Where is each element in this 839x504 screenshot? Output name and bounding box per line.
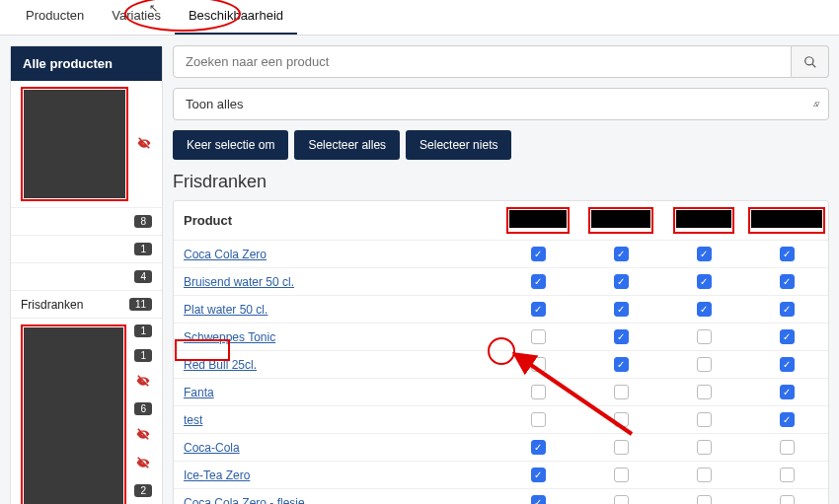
availability-checkbox[interactable] [780, 440, 795, 455]
availability-checkbox[interactable] [697, 495, 712, 504]
sidebar-header: Alle producten [11, 46, 162, 81]
tab-variaties[interactable]: Variaties [98, 0, 175, 35]
table-row: Fanta✓ [174, 379, 828, 406]
availability-checkbox[interactable] [780, 495, 795, 504]
availability-checkbox[interactable]: ✓ [614, 357, 629, 372]
product-link[interactable]: Coca-Cola [184, 441, 240, 455]
availability-checkbox[interactable] [697, 385, 712, 399]
count-badge: 1 [134, 349, 152, 362]
eye-off-icon [136, 136, 152, 153]
tab-producten[interactable]: Producten [12, 0, 98, 35]
availability-checkbox[interactable]: ✓ [780, 412, 795, 427]
availability-checkbox[interactable]: ✓ [531, 468, 546, 482]
availability-checkbox[interactable]: ✓ [780, 274, 795, 289]
table-row: Coca-Cola✓ [174, 434, 828, 462]
availability-checkbox[interactable] [531, 329, 546, 344]
table-row: Coca Cola Zero✓✓✓✓ [174, 241, 828, 268]
product-link[interactable]: Red Bull 25cl. [184, 358, 257, 372]
availability-checkbox[interactable]: ✓ [780, 385, 795, 399]
top-tabs: Producten Variaties Beschikbaarheid ↖ [0, 0, 839, 36]
table-row: Schweppes Tonic✓✓ [174, 324, 828, 351]
availability-checkbox[interactable]: ✓ [697, 247, 712, 261]
products-table: Product Coca Cola Zero✓✓✓✓Bruisend water… [173, 200, 829, 504]
availability-checkbox[interactable] [614, 385, 629, 399]
availability-checkbox[interactable] [697, 440, 712, 455]
count-badge: 2 [134, 484, 152, 497]
eye-off-icon [135, 427, 151, 444]
availability-checkbox[interactable]: ✓ [531, 440, 546, 455]
availability-checkbox[interactable]: ✓ [614, 247, 629, 261]
availability-checkbox[interactable] [780, 468, 795, 482]
availability-checkbox[interactable] [614, 440, 629, 455]
sidebar-row[interactable]: 1 1 6 2 2 [11, 319, 162, 504]
availability-checkbox[interactable]: ✓ [614, 302, 629, 317]
search-input[interactable] [173, 45, 792, 78]
count-badge: 8 [134, 215, 152, 228]
availability-checkbox[interactable] [697, 412, 712, 427]
search-button[interactable] [792, 45, 829, 78]
table-row: Ice-Tea Zero✓ [174, 462, 828, 489]
sidebar-row[interactable]: 8 [11, 208, 162, 236]
availability-checkbox[interactable] [614, 412, 629, 427]
sidebar-item-frisdranken[interactable]: Frisdranken11 [11, 291, 162, 319]
availability-checkbox[interactable]: ✓ [614, 274, 629, 289]
availability-checkbox[interactable]: ✓ [780, 302, 795, 317]
count-badge: 6 [134, 402, 152, 415]
table-row: test✓ [174, 406, 828, 434]
eye-off-icon [135, 374, 151, 391]
cursor-icon: ↖ [149, 2, 158, 15]
product-link[interactable]: Coca Cola Zero [184, 248, 267, 261]
product-link[interactable]: Fanta [184, 386, 214, 399]
table-row: Red Bull 25cl.✓✓ [174, 351, 828, 379]
count-badge: 1 [134, 243, 152, 255]
sidebar-row[interactable] [11, 81, 162, 208]
product-link[interactable]: Plat water 50 cl. [184, 303, 267, 317]
table-row: Plat water 50 cl.✓✓✓✓ [174, 296, 828, 324]
sidebar-item-label: Frisdranken [21, 298, 129, 312]
table-header-row: Product [174, 201, 828, 241]
sidebar: Alle producten 8 1 4 Frisdranken11 1 1 6… [10, 45, 163, 504]
eye-off-icon [135, 456, 151, 472]
product-link[interactable]: test [184, 413, 202, 427]
availability-checkbox[interactable]: ✓ [697, 274, 712, 289]
count-badge: 4 [134, 270, 152, 283]
availability-checkbox[interactable]: ✓ [614, 329, 629, 344]
select-all-button[interactable]: Selecteer alles [294, 130, 400, 160]
filter-select[interactable]: Toon alles [173, 88, 829, 120]
sidebar-row[interactable]: 1 [11, 236, 162, 263]
product-link[interactable]: Bruisend water 50 cl. [184, 275, 294, 289]
availability-checkbox[interactable]: ✓ [780, 329, 795, 344]
sidebar-row[interactable]: 4 [11, 263, 162, 291]
availability-checkbox[interactable] [614, 468, 629, 482]
column-product: Product [174, 207, 496, 234]
section-title-frisdranken: Frisdranken [173, 172, 829, 192]
select-none-button[interactable]: Selecteer niets [406, 130, 511, 160]
availability-checkbox[interactable] [697, 357, 712, 372]
availability-checkbox[interactable]: ✓ [780, 357, 795, 372]
main-content: Toon alles Keer selectie om Selecteer al… [173, 45, 829, 504]
tab-beschikbaarheid[interactable]: Beschikbaarheid [175, 0, 297, 35]
product-link[interactable]: Coca Cola Zero - flesje [184, 496, 305, 505]
availability-checkbox[interactable] [531, 385, 546, 399]
table-row: Bruisend water 50 cl.✓✓✓✓ [174, 268, 828, 296]
product-link[interactable]: Schweppes Tonic [184, 330, 275, 344]
table-row: Coca Cola Zero - flesje✓ [174, 489, 828, 504]
availability-checkbox[interactable]: ✓ [780, 247, 795, 261]
availability-checkbox[interactable] [614, 495, 629, 504]
availability-checkbox[interactable]: ✓ [531, 495, 546, 504]
count-badge: 1 [134, 324, 152, 337]
count-badge: 11 [129, 298, 152, 311]
availability-checkbox[interactable]: ✓ [531, 302, 546, 317]
availability-checkbox[interactable]: ✓ [531, 247, 546, 261]
availability-checkbox[interactable] [697, 329, 712, 344]
invert-selection-button[interactable]: Keer selectie om [173, 130, 288, 160]
search-icon [803, 55, 817, 69]
availability-checkbox[interactable] [531, 412, 546, 427]
availability-checkbox[interactable]: ✓ [531, 274, 546, 289]
product-link[interactable]: Ice-Tea Zero [184, 468, 250, 482]
availability-checkbox[interactable] [531, 357, 546, 372]
availability-checkbox[interactable] [697, 468, 712, 482]
availability-checkbox[interactable]: ✓ [697, 302, 712, 317]
